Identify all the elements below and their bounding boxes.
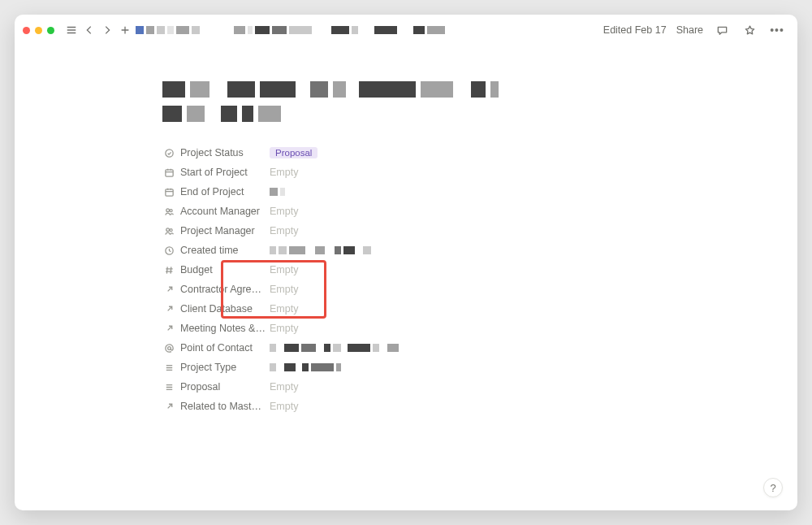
history-back-button[interactable] bbox=[80, 21, 98, 39]
share-button[interactable]: Share bbox=[676, 24, 703, 36]
property-name[interactable]: Related to Maste… bbox=[162, 400, 268, 413]
property-name-text: Project Status bbox=[180, 147, 244, 158]
plus-icon bbox=[119, 24, 131, 36]
property-name-text: Created time bbox=[180, 245, 239, 256]
property-name[interactable]: End of Project bbox=[162, 185, 268, 198]
hamburger-icon bbox=[66, 24, 77, 36]
page-content: Project StatusProposalStart of ProjectEm… bbox=[146, 81, 666, 416]
property-name[interactable]: Start of Project bbox=[162, 166, 268, 179]
page-title[interactable] bbox=[162, 81, 650, 122]
property-value[interactable]: Empty bbox=[268, 397, 650, 415]
history-forward-button[interactable] bbox=[98, 21, 116, 39]
property-name-text: Point of Contact bbox=[180, 342, 253, 354]
property-name[interactable]: Project Status bbox=[162, 146, 268, 159]
page-scroll[interactable]: Project StatusProposalStart of ProjectEm… bbox=[15, 46, 797, 510]
property-value[interactable]: Empty bbox=[268, 222, 650, 240]
property-name-text: Meeting Notes &… bbox=[180, 323, 266, 334]
property-value[interactable]: Empty bbox=[268, 319, 650, 337]
property-name-text: Project Manager bbox=[180, 225, 255, 236]
property-name[interactable]: Project Manager bbox=[162, 224, 268, 237]
property-name[interactable]: Created time bbox=[162, 244, 268, 257]
property-name[interactable]: Point of Contact bbox=[162, 341, 268, 354]
minimize-window-icon[interactable] bbox=[35, 27, 42, 34]
svg-point-0 bbox=[166, 149, 173, 156]
property-name-text: Start of Project bbox=[180, 167, 248, 178]
status-tag: Proposal bbox=[270, 147, 317, 158]
property-name[interactable]: Meeting Notes &… bbox=[162, 322, 268, 335]
window-traffic-lights bbox=[23, 27, 54, 34]
property-value[interactable]: Empty bbox=[268, 300, 650, 318]
property-name-text: Contractor Agre… bbox=[180, 284, 261, 295]
property-row: Start of ProjectEmpty bbox=[162, 163, 650, 182]
property-name-text: Related to Maste… bbox=[180, 401, 266, 412]
close-window-icon[interactable] bbox=[23, 27, 30, 34]
svg-point-4 bbox=[170, 209, 172, 211]
property-value[interactable] bbox=[268, 358, 650, 376]
property-name[interactable]: Account Manager bbox=[162, 205, 268, 218]
chevron-right-icon bbox=[102, 24, 113, 36]
new-page-button[interactable] bbox=[116, 21, 134, 39]
property-name-text: Client Database bbox=[180, 303, 253, 315]
star-icon bbox=[744, 24, 756, 37]
svg-rect-1 bbox=[166, 169, 173, 176]
maximize-window-icon[interactable] bbox=[47, 27, 54, 34]
property-row: Project ManagerEmpty bbox=[162, 221, 650, 241]
edited-timestamp[interactable]: Edited Feb 17 bbox=[603, 24, 667, 36]
property-row: Meeting Notes &…Empty bbox=[162, 319, 650, 338]
property-row: Related to Maste…Empty bbox=[162, 397, 650, 416]
topbar-right: Edited Feb 17 Share ••• bbox=[603, 21, 786, 39]
property-value[interactable]: Proposal bbox=[268, 144, 650, 162]
property-row: Project StatusProposal bbox=[162, 143, 650, 163]
property-value[interactable]: Empty bbox=[268, 202, 650, 220]
app-window: Edited Feb 17 Share ••• bbox=[15, 15, 797, 510]
property-name[interactable]: Proposal bbox=[162, 380, 268, 393]
property-row: Point of Contact bbox=[162, 338, 650, 358]
property-value[interactable] bbox=[268, 339, 650, 357]
svg-point-5 bbox=[166, 228, 170, 231]
svg-point-3 bbox=[166, 208, 170, 211]
topbar: Edited Feb 17 Share ••• bbox=[15, 15, 797, 46]
property-value[interactable]: Empty bbox=[268, 261, 650, 279]
property-name-text: End of Project bbox=[180, 186, 244, 197]
property-name-text: Project Type bbox=[180, 362, 236, 373]
more-options-button[interactable]: ••• bbox=[768, 21, 786, 39]
property-row: Client DatabaseEmpty bbox=[162, 299, 650, 319]
chevron-left-icon bbox=[84, 24, 95, 36]
property-row: End of Project bbox=[162, 182, 650, 202]
comment-icon bbox=[716, 24, 728, 37]
property-name[interactable]: Client Database bbox=[162, 302, 268, 315]
properties-list: Project StatusProposalStart of ProjectEm… bbox=[162, 143, 650, 416]
property-row: ProposalEmpty bbox=[162, 377, 650, 397]
svg-rect-2 bbox=[166, 189, 173, 195]
property-value[interactable]: Empty bbox=[268, 163, 650, 181]
property-value[interactable]: Empty bbox=[268, 378, 650, 396]
favorite-button[interactable] bbox=[741, 21, 758, 39]
help-button[interactable]: ? bbox=[763, 478, 783, 497]
property-name[interactable]: Project Type bbox=[162, 361, 268, 374]
property-value[interactable]: Empty bbox=[268, 280, 650, 298]
property-name-text: Account Manager bbox=[180, 206, 260, 217]
property-row: Account ManagerEmpty bbox=[162, 202, 650, 221]
property-row: Project Type bbox=[162, 358, 650, 377]
property-name-text: Budget bbox=[180, 264, 213, 276]
sidebar-toggle-button[interactable] bbox=[63, 21, 80, 39]
property-row: Created time bbox=[162, 241, 650, 260]
ellipsis-icon: ••• bbox=[770, 24, 784, 37]
property-row: Contractor Agre…Empty bbox=[162, 280, 650, 299]
property-name[interactable]: Budget bbox=[162, 263, 268, 276]
property-value[interactable] bbox=[268, 183, 650, 201]
property-name-text: Proposal bbox=[180, 381, 220, 393]
property-row: BudgetEmpty bbox=[162, 260, 650, 280]
svg-point-6 bbox=[170, 228, 172, 231]
property-name[interactable]: Contractor Agre… bbox=[162, 283, 268, 296]
breadcrumb[interactable] bbox=[136, 26, 445, 34]
comments-button[interactable] bbox=[713, 21, 731, 39]
property-value[interactable] bbox=[268, 241, 650, 259]
